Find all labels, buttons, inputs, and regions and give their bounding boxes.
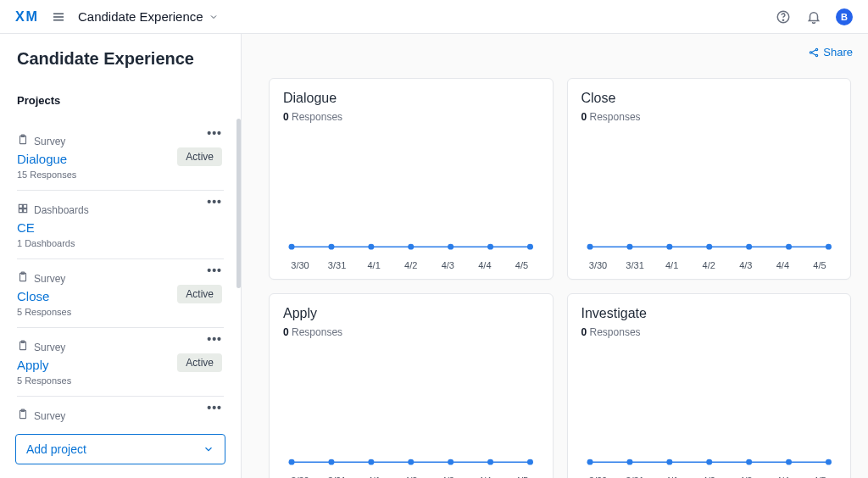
- svg-point-43: [487, 459, 493, 465]
- overflow-icon[interactable]: •••: [207, 402, 222, 414]
- svg-point-49: [746, 459, 752, 465]
- help-icon[interactable]: [775, 8, 792, 25]
- svg-point-37: [825, 244, 831, 250]
- project-item[interactable]: SurveyDialogue15 Responses•••Active: [17, 122, 224, 191]
- x-axis-ticks: 3/303/314/14/24/34/44/5: [283, 257, 539, 270]
- tick-label: 4/1: [362, 260, 386, 270]
- svg-point-41: [408, 459, 414, 465]
- project-type: Survey: [34, 136, 65, 147]
- clipboard-icon: [17, 409, 29, 423]
- project-title[interactable]: Dialogue: [17, 152, 67, 166]
- bell-icon[interactable]: [805, 8, 822, 25]
- project-list: SurveyDialogue15 Responses•••ActiveDashb…: [17, 122, 224, 425]
- chart: [283, 131, 539, 257]
- topbar: XM Candidate Experience B: [0, 0, 868, 34]
- tick-label: 3/30: [288, 260, 312, 270]
- chart-card[interactable]: Investigate0 Responses3/303/314/14/24/34…: [567, 293, 852, 478]
- chevron-down-icon: [203, 443, 214, 455]
- tick-label: 4/2: [697, 260, 721, 270]
- sidebar: Candidate Experience Projects SurveyDial…: [0, 34, 242, 478]
- grid-icon: [17, 203, 29, 217]
- clipboard-icon: [17, 271, 29, 286]
- overflow-icon[interactable]: •••: [207, 127, 222, 139]
- svg-line-23: [812, 53, 816, 54]
- project-item[interactable]: SurveyClose5 Responses•••Active: [17, 259, 224, 328]
- scrollbar[interactable]: [236, 119, 241, 288]
- breadcrumb-label: Candidate Experience: [78, 9, 203, 24]
- tick-label: 4/4: [771, 260, 794, 270]
- svg-point-35: [746, 244, 752, 250]
- overflow-icon[interactable]: •••: [207, 264, 222, 276]
- svg-point-48: [706, 459, 712, 465]
- svg-point-26: [368, 244, 374, 250]
- card-subtitle: 0 Responses: [283, 326, 539, 338]
- card-subtitle: 0 Responses: [581, 326, 837, 338]
- svg-point-28: [448, 244, 453, 250]
- project-item[interactable]: SurveyInvestigate•••: [17, 397, 224, 425]
- brand-logo[interactable]: XM: [15, 9, 46, 25]
- chart: [581, 131, 837, 257]
- svg-point-38: [289, 459, 295, 465]
- project-item[interactable]: SurveyApply5 Responses•••Active: [17, 328, 224, 397]
- projects-heading: Projects: [17, 94, 224, 107]
- card-title: Apply: [283, 306, 539, 321]
- chart: [283, 347, 539, 472]
- svg-point-20: [816, 48, 818, 50]
- breadcrumb[interactable]: Candidate Experience: [78, 9, 219, 24]
- tick-label: 4/2: [399, 260, 423, 270]
- svg-point-27: [408, 244, 414, 250]
- avatar[interactable]: B: [836, 8, 853, 25]
- tick-label: 4/4: [473, 260, 497, 270]
- chart-card[interactable]: Dialogue0 Responses3/303/314/14/24/34/44…: [269, 78, 554, 280]
- svg-point-51: [825, 459, 831, 465]
- card-title: Dialogue: [283, 91, 539, 106]
- svg-point-47: [666, 459, 672, 465]
- tick-label: 3/30: [587, 260, 610, 270]
- clipboard-icon: [17, 340, 29, 354]
- project-meta: 1 Dashboards: [17, 238, 224, 248]
- project-type: Survey: [34, 273, 65, 285]
- svg-point-33: [666, 244, 672, 250]
- card-subtitle: 0 Responses: [283, 111, 539, 123]
- overflow-icon[interactable]: •••: [207, 333, 222, 345]
- svg-rect-10: [24, 204, 27, 208]
- card-subtitle: 0 Responses: [581, 111, 837, 123]
- svg-point-42: [448, 459, 453, 465]
- status-badge: Active: [177, 147, 222, 166]
- project-title[interactable]: CE: [17, 220, 35, 235]
- svg-point-24: [289, 244, 295, 250]
- project-title[interactable]: Apply: [17, 358, 49, 372]
- tick-label: 4/5: [808, 260, 832, 270]
- tick-label: 4/1: [660, 260, 684, 270]
- svg-point-36: [786, 244, 792, 250]
- x-axis-ticks: 3/303/314/14/24/34/44/5: [581, 257, 837, 270]
- svg-point-46: [626, 459, 632, 465]
- card-grid: Dialogue0 Responses3/303/314/14/24/34/44…: [242, 34, 868, 478]
- main-area: Share Dialogue0 Responses3/303/314/14/24…: [242, 34, 868, 478]
- page-title: Candidate Experience: [17, 49, 224, 69]
- overflow-icon[interactable]: •••: [207, 196, 222, 208]
- chevron-down-icon: [209, 12, 219, 22]
- share-button[interactable]: Share: [808, 46, 853, 58]
- menu-icon[interactable]: [51, 9, 66, 25]
- svg-rect-9: [19, 204, 22, 208]
- svg-point-29: [487, 244, 493, 250]
- chart-card[interactable]: Close0 Responses3/303/314/14/24/34/44/5: [567, 78, 852, 280]
- chart-card[interactable]: Apply0 Responses3/303/314/14/24/34/44/5: [269, 293, 554, 478]
- project-title[interactable]: Close: [17, 289, 49, 303]
- clipboard-icon: [17, 134, 29, 148]
- project-type: Dashboards: [34, 204, 89, 216]
- tick-label: 4/5: [509, 260, 533, 270]
- add-project-button[interactable]: Add project: [15, 434, 225, 464]
- project-type: Survey: [34, 342, 65, 353]
- share-label: Share: [823, 46, 853, 58]
- svg-rect-12: [24, 209, 27, 213]
- svg-point-30: [527, 244, 533, 250]
- svg-line-22: [812, 50, 816, 52]
- chart: [581, 347, 837, 472]
- add-project-label: Add project: [26, 442, 86, 456]
- project-item[interactable]: DashboardsCE1 Dashboards•••: [17, 191, 224, 259]
- x-axis-ticks: 3/303/314/14/24/34/44/5: [283, 472, 539, 478]
- svg-rect-11: [19, 209, 22, 213]
- tick-label: 4/3: [734, 260, 758, 270]
